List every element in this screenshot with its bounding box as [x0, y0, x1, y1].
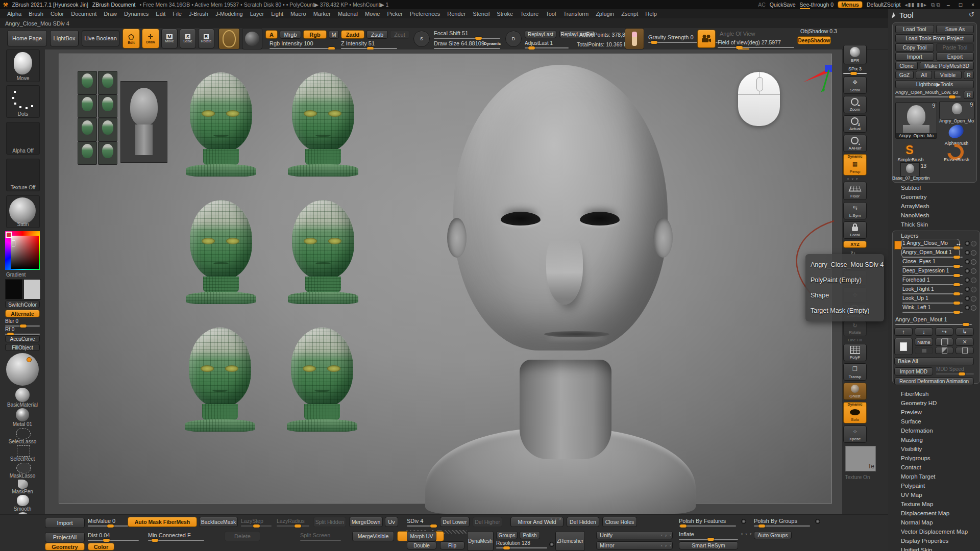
live-boolean-button[interactable]: Live Boolean	[82, 30, 119, 46]
expression-thumb[interactable]	[78, 94, 97, 118]
menus-button[interactable]: Menus	[838, 1, 863, 8]
minimize-button[interactable]: –	[944, 2, 952, 8]
layer-row[interactable]: Close_Eyes 1	[902, 258, 974, 267]
palette-item[interactable]: UV Map	[901, 492, 922, 498]
layer-record-icon[interactable]	[965, 268, 970, 273]
expression-thumb[interactable]	[78, 141, 97, 165]
spix-slider[interactable]: SPix 3	[843, 66, 867, 74]
layer-record-icon[interactable]	[965, 296, 970, 301]
del-hidden-button[interactable]: Del Hidden	[567, 517, 599, 527]
polish-by-features-slider[interactable]: Polish By Features	[679, 518, 736, 527]
zoom-button[interactable]: Zoom	[843, 96, 867, 113]
dynamic-label[interactable]: Dynamic	[484, 41, 501, 46]
flip-button[interactable]: Flip	[440, 541, 464, 549]
document-canvas[interactable]	[45, 49, 842, 514]
gravity-pen-icon[interactable]	[625, 28, 644, 49]
default-zscript-button[interactable]: DefaultZScript	[867, 2, 901, 8]
line-fill-label[interactable]: Line Fill	[841, 338, 869, 342]
dynamesh-button[interactable]: DynaMesh	[467, 531, 494, 551]
sdiv-slider[interactable]: SDiv 4	[407, 518, 436, 527]
layer-eye-icon[interactable]	[971, 287, 976, 292]
layer-duplicate-button[interactable]	[935, 338, 953, 346]
double-button[interactable]: Double	[407, 541, 436, 549]
goz-all-button[interactable]: All	[916, 71, 932, 79]
layer-color-swatch[interactable]	[894, 241, 901, 249]
replay-curve-icon[interactable]: D	[505, 31, 522, 47]
expression-thumb[interactable]	[98, 141, 117, 165]
palette-item[interactable]: Subtool	[901, 185, 921, 191]
slider-track[interactable]	[895, 96, 961, 97]
secondary-color-swatch[interactable]	[23, 279, 41, 299]
recent-tool-thumb[interactable]: 9	[939, 101, 975, 119]
current-material-thumb[interactable]: Satin	[6, 195, 40, 228]
slider-track[interactable]	[434, 48, 500, 49]
zremesher-button[interactable]: ZRemesher	[555, 531, 585, 551]
rf-slider[interactable]: Rf 0	[5, 327, 40, 335]
layer-record-icon[interactable]	[965, 241, 970, 246]
layer-intensity-track[interactable]	[902, 303, 963, 304]
layer-intensity-track[interactable]	[902, 284, 963, 285]
menu-item[interactable]: Zplugin	[596, 11, 614, 17]
palette-item[interactable]: Normal Map	[901, 519, 933, 525]
palette-item[interactable]: Polygroups	[901, 455, 930, 461]
paste-tool-button[interactable]: Paste Tool	[936, 43, 974, 52]
slider-track[interactable]	[300, 540, 341, 541]
layer-merge-right-button[interactable]: ↪	[935, 328, 953, 336]
menu-item[interactable]: Transform	[563, 11, 589, 17]
rotate3d-button[interactable]: ↻ Rotate	[843, 321, 867, 336]
layer-split-button[interactable]	[915, 347, 933, 354]
import-mdd-button[interactable]: Import MDD	[894, 367, 933, 375]
menu-item[interactable]: Brush	[29, 11, 43, 17]
mask-lasso-icon[interactable]	[16, 463, 31, 473]
selected-layer-slider[interactable]: Angry_Open_Mout 1	[895, 316, 972, 325]
gradient-label[interactable]: Gradient	[6, 272, 39, 278]
menu-item[interactable]: J-Brush	[189, 11, 208, 17]
current-stroke-swatch[interactable]	[242, 28, 262, 49]
lightbox-button[interactable]: LightBox	[50, 30, 79, 46]
lightbox-tools-button[interactable]: Lightbox▶Tools	[895, 80, 974, 88]
slider-track[interactable]	[895, 324, 972, 325]
quicksave-button[interactable]: QuickSave	[770, 2, 796, 8]
palette-item[interactable]: NanoMesh	[901, 212, 929, 218]
xyz-button[interactable]: XYZ	[843, 241, 867, 248]
layer-eye-icon[interactable]	[971, 305, 976, 311]
mask-pen-icon[interactable]	[18, 480, 28, 489]
bpr-button[interactable]: BPR	[843, 45, 867, 64]
palette-item[interactable]: Visibility	[901, 446, 922, 452]
metal-material-sphere[interactable]	[16, 408, 29, 421]
goz-visible-button[interactable]: Visible	[934, 71, 962, 79]
menu-item[interactable]: Movie	[365, 11, 380, 17]
layer-row[interactable]: Look_Up 1	[902, 295, 974, 304]
blur-slider[interactable]: Blur 0	[5, 318, 40, 327]
lsym-button[interactable]: ⇆ L.Sym	[843, 202, 867, 219]
sculpt-head[interactable]	[418, 65, 703, 514]
switch-color-button[interactable]: SwitchColor	[5, 300, 40, 308]
transp-button[interactable]: ❒ Transp	[843, 363, 867, 381]
layer-all-button[interactable]	[955, 347, 974, 354]
angle-of-view-label[interactable]: Angle Of View	[720, 31, 755, 37]
menu-item[interactable]: Color	[51, 11, 64, 17]
scroll-button[interactable]: ✥ Scroll	[843, 77, 867, 94]
current-texture-thumb[interactable]: Texture Off	[6, 159, 40, 191]
alternate-button[interactable]: Alternate	[5, 310, 40, 317]
slider-track[interactable]	[241, 525, 272, 527]
lazystep-slider[interactable]: LazyStep	[241, 518, 272, 527]
mdd-speed-slider[interactable]: MDD Speed	[936, 366, 974, 374]
expression-thumb[interactable]	[98, 118, 117, 141]
menu-item[interactable]: Stroke	[497, 11, 513, 17]
mrgb-button[interactable]: Mrgb	[280, 30, 301, 39]
slider-track[interactable]	[754, 525, 810, 527]
eraser-brush-thumb[interactable]	[945, 143, 966, 157]
m-button[interactable]: M	[329, 30, 339, 39]
menu-item[interactable]: Dynamics	[124, 11, 149, 17]
menu-item[interactable]: File	[173, 11, 182, 17]
menu-item[interactable]: Alpha	[7, 11, 21, 17]
palette-item[interactable]: Thick Skin	[901, 221, 928, 228]
save-as-button[interactable]: Save As	[936, 25, 974, 33]
del-lower-button[interactable]: Del Lower	[440, 517, 470, 527]
auto-groups-button[interactable]: Auto Groups	[754, 531, 792, 539]
expression-thumb[interactable]	[98, 71, 117, 94]
palette-item[interactable]: Masking	[901, 437, 923, 443]
mirror-button[interactable]: Mirror x y z	[596, 541, 673, 549]
slider-track[interactable]	[525, 47, 569, 48]
